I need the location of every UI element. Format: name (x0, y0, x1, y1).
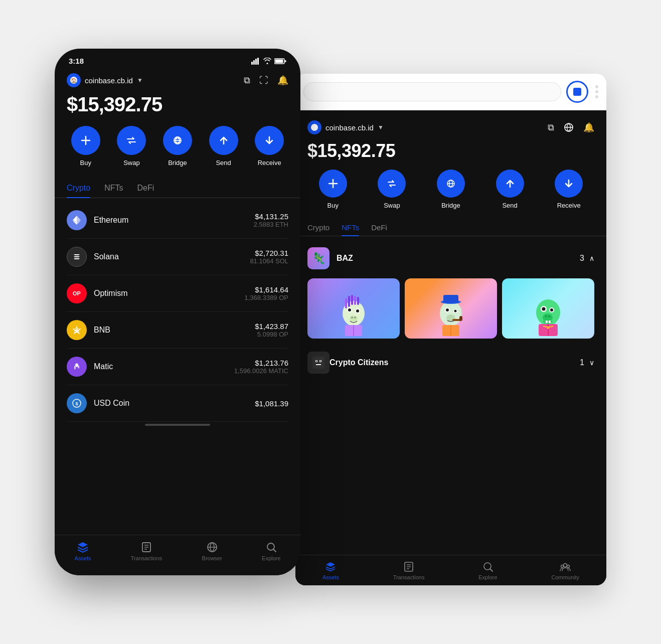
inner-tab-defi[interactable]: DeFi (371, 219, 387, 236)
crypto-citizens-count: 1 (580, 358, 584, 367)
crypto-citizens-collection-header[interactable]: Crypto Citizens 1 ∨ (307, 347, 594, 379)
inner-assets-icon (325, 561, 336, 572)
browser-icon (206, 541, 218, 553)
scene: 3:18 (55, 34, 606, 610)
table-row[interactable]: OP Optimism $1,614.64 1,368.3389 OP (67, 275, 288, 312)
nav-browser[interactable]: Browser (202, 541, 222, 561)
status-time: 3:18 (69, 57, 84, 65)
inner-wallet-name: coinbase.cb.id (325, 123, 374, 132)
asset-tabs: Crypto NFTs DeFi (55, 179, 300, 198)
asset-usd: $1,081.39 (255, 399, 288, 408)
nft-card-1[interactable] (307, 278, 400, 339)
nft-section: 🦎 BAZ 3 ∧ (295, 242, 606, 555)
asset-values: $1,423.87 5.0998 OP (255, 322, 288, 338)
tab-nfts[interactable]: NFTs (104, 179, 123, 198)
inner-nav-explore-label: Explore (478, 574, 497, 580)
inner-tab-nfts[interactable]: NFTs (342, 219, 359, 236)
browser-address-bar[interactable] (303, 82, 561, 101)
inner-header: coinbase.cb.id ▼ ⧉ 🔔 (295, 110, 606, 138)
inner-wallet-id[interactable]: coinbase.cb.id ▼ (307, 120, 384, 134)
nav-assets[interactable]: Assets (75, 541, 91, 561)
svg-point-46 (350, 315, 358, 321)
crypto-citizens-chevron-icon[interactable]: ∨ (589, 359, 594, 367)
receive-label: Receive (258, 159, 281, 167)
inner-buy-button[interactable]: Buy (319, 170, 347, 209)
swap-button[interactable]: Swap (117, 126, 146, 167)
inner-community-icon (560, 561, 571, 572)
browser-toolbar (295, 74, 606, 110)
table-row[interactable]: Solana $2,720.31 81.1064 SOL (67, 239, 288, 275)
status-bar: 3:18 (55, 49, 300, 69)
inner-tab-crypto[interactable]: Crypto (307, 219, 329, 236)
wallet-id[interactable]: 🏠 coinbase.cb.id ▼ (67, 73, 143, 87)
inner-wallet-avatar (307, 120, 321, 134)
copy-icon[interactable]: ⧉ (244, 75, 250, 86)
svg-point-43 (348, 308, 351, 311)
svg-rect-50 (348, 296, 350, 307)
inner-nav-community-label: Community (551, 574, 579, 580)
inner-send-button[interactable]: Send (496, 170, 524, 209)
nav-transactions[interactable]: Transactions (131, 541, 162, 561)
asset-usd: $2,720.31 (250, 249, 288, 257)
nav-explore-label: Explore (262, 555, 280, 561)
inner-nav-transactions[interactable]: Transactions (393, 561, 425, 580)
asset-name: Optimism (94, 289, 245, 298)
asset-amount: 1,368.3389 OP (245, 294, 288, 301)
wallet-avatar: 🏠 (67, 73, 81, 87)
usdc-icon: $ (67, 393, 87, 413)
inner-nav-assets-label: Assets (322, 574, 339, 580)
inner-receive-button[interactable]: Receive (555, 170, 583, 209)
asset-values: $2,720.31 81.1064 SOL (250, 249, 288, 265)
inner-header-icons: ⧉ 🔔 (548, 122, 594, 133)
header-icons: ⧉ ⛶ 🔔 (244, 75, 288, 86)
signal-icon (251, 58, 260, 65)
table-row[interactable]: Matic $1,213.76 1,596.0026 MATIC (67, 349, 288, 385)
baz-collection-header[interactable]: 🦎 BAZ 3 ∧ (307, 242, 594, 274)
inner-nav-assets[interactable]: Assets (322, 561, 339, 580)
browser-stop-button[interactable] (566, 81, 588, 103)
inner-phone: coinbase.cb.id ▼ ⧉ 🔔 (295, 110, 606, 585)
bridge-button[interactable]: Bridge (163, 126, 192, 167)
dot-1 (595, 85, 598, 88)
inner-copy-icon[interactable]: ⧉ (548, 122, 554, 133)
asset-name: USD Coin (94, 399, 255, 408)
bell-icon[interactable]: 🔔 (277, 75, 288, 86)
send-button[interactable]: Send (209, 126, 238, 167)
inner-buy-label: Buy (327, 202, 339, 209)
inner-dropdown-arrow[interactable]: ▼ (378, 124, 384, 131)
inner-actions: Buy Swap Bridge (295, 170, 606, 219)
assets-icon (77, 541, 89, 553)
inner-nav-community[interactable]: Community (551, 561, 579, 580)
inner-swap-button[interactable]: Swap (378, 170, 406, 209)
svg-point-48 (354, 317, 356, 318)
nft-card-3[interactable] (502, 278, 594, 339)
buy-button[interactable]: Buy (71, 126, 100, 167)
transactions-icon (140, 541, 152, 553)
phone-balance: $15,392.75 (55, 89, 300, 126)
nav-explore[interactable]: Explore (262, 541, 280, 561)
inner-bell-icon[interactable]: 🔔 (583, 122, 594, 133)
nft-character-3 (502, 278, 594, 339)
inner-receive-circle (555, 170, 583, 198)
nft-card-2[interactable] (405, 278, 497, 339)
svg-point-62 (454, 310, 457, 312)
table-row[interactable]: Ethereum $4,131.25 2.5883 ETH (67, 202, 288, 239)
table-row[interactable]: $ USD Coin $1,081.39 (67, 385, 288, 422)
bnb-icon (67, 320, 87, 340)
receive-button[interactable]: Receive (255, 126, 284, 167)
tab-crypto[interactable]: Crypto (67, 179, 90, 198)
inner-globe-icon[interactable] (563, 122, 574, 133)
inner-send-label: Send (502, 202, 517, 209)
inner-bridge-button[interactable]: Bridge (437, 170, 465, 209)
inner-nav-explore[interactable]: Explore (478, 561, 497, 580)
svg-rect-51 (351, 295, 353, 305)
dot-2 (595, 90, 598, 93)
baz-collection-thumb: 🦎 (307, 247, 329, 269)
tab-defi[interactable]: DeFi (137, 179, 154, 198)
baz-chevron-icon[interactable]: ∧ (589, 254, 594, 262)
inner-receive-label: Receive (557, 202, 581, 209)
svg-rect-6 (275, 59, 283, 63)
table-row[interactable]: BNB $1,423.87 5.0998 OP (67, 312, 288, 349)
expand-icon[interactable]: ⛶ (259, 75, 268, 86)
dropdown-arrow[interactable]: ▼ (137, 77, 143, 84)
